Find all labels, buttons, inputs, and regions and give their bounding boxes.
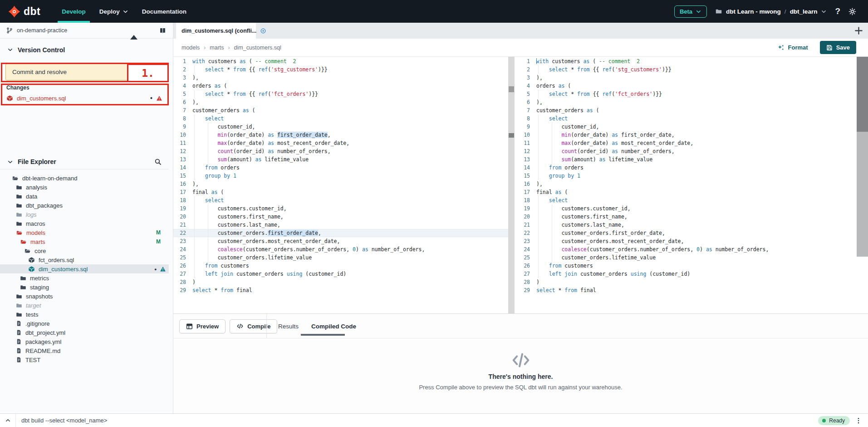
code-line-right-16[interactable]: 16), [517,180,857,188]
code-line-right-6[interactable]: 6), [517,98,857,106]
code-line-right-11[interactable]: 11 max(order_date) as most_recent_order_… [517,139,857,147]
code-line-left-8[interactable]: 8 select [173,114,508,123]
commit-and-resolve-label[interactable]: Commit and resolve [6,64,147,80]
code-line-left-25[interactable]: 25 customer_orders.lifetime_value [173,253,508,262]
search-icon[interactable] [154,158,162,165]
command-input[interactable]: dbt build --select <model_name> [21,417,818,424]
code-line-left-23[interactable]: 23 customer_orders.most_recent_order_dat… [173,237,508,245]
nav-item-deploy[interactable]: Deploy [93,0,135,23]
code-line-right-21[interactable]: 21 customers.last_name, [517,221,857,229]
code-line-right-22[interactable]: 22 customer_orders.first_order_date, [517,229,857,237]
code-line-right-14[interactable]: 14 from orders [517,164,857,172]
file-tree-item-marts[interactable]: martsM [0,237,169,246]
file-tree-item-packages.yml[interactable]: packages.yml [0,337,169,346]
breadcrumb-item-dim_customers.sql[interactable]: dim_customers.sql [234,45,281,51]
code-line-right-7[interactable]: 7customer_orders as ( [517,106,857,114]
code-line-left-14[interactable]: 14 from orders [173,164,508,172]
file-tree-item-analysis[interactable]: analysis [0,183,169,192]
code-line-left-27[interactable]: 27 left join customer_orders using (cust… [173,270,508,278]
code-line-left-9[interactable]: 9 customer_id, [173,123,508,131]
code-line-left-7[interactable]: 7customer_orders as ( [173,106,508,114]
file-tree-item-snapshots[interactable]: snapshots [0,292,169,301]
code-line-right-27[interactable]: 27 left join customer_orders using (cust… [517,270,857,278]
code-line-left-29[interactable]: 29select * from final [173,286,508,294]
code-line-right-8[interactable]: 8 select [517,114,857,123]
branch-select-label[interactable]: dbt_learn [790,8,818,15]
chevron-down-icon[interactable] [821,9,827,15]
file-tree-item-fct_orders.sql[interactable]: fct_orders.sql [0,255,169,264]
code-line-left-15[interactable]: 15 group by 1 [173,172,508,180]
code-line-right-4[interactable]: 4orders as ( [517,82,857,90]
breadcrumb-item-marts[interactable]: marts [210,45,224,51]
file-tree-item-tests[interactable]: tests [0,310,169,319]
code-line-left-19[interactable]: 19 customers.customer_id, [173,204,508,213]
tab-results[interactable]: Results [278,323,299,330]
code-line-right-17[interactable]: 17final as ( [517,188,857,196]
code-line-left-6[interactable]: 6), [173,98,508,106]
file-tree-item-README.md[interactable]: README.md [0,346,169,355]
code-line-right-29[interactable]: 29select * from final [517,286,857,294]
right-pane-scrollbar[interactable] [857,57,868,257]
preview-button[interactable]: Preview [179,319,226,333]
code-line-right-10[interactable]: 10 min(order_date) as first_order_date, [517,131,857,139]
file-tree-item-models[interactable]: modelsM [0,228,169,237]
code-line-right-26[interactable]: 26 from customers [517,262,857,270]
code-line-left-5[interactable]: 5 select * from {{ ref('fct_orders')}} [173,90,508,98]
code-line-right-13[interactable]: 13 sum(amount) as lifetime_value [517,155,857,164]
file-tree-item-metrics[interactable]: metrics [0,273,169,283]
changed-file-dim_customers.sql[interactable]: dim_customers.sql• [0,93,169,104]
save-button[interactable]: Save [820,41,856,54]
new-tab-button[interactable] [854,26,863,35]
code-line-left-4[interactable]: 4orders as ( [173,82,508,90]
nav-item-documentation[interactable]: Documentation [135,0,193,23]
expand-command-panel-button[interactable] [0,417,15,423]
code-line-right-19[interactable]: 19 customers.customer_id, [517,204,857,213]
code-line-left-21[interactable]: 21 customers.last_name, [173,221,508,229]
file-tree-item-dbt_packages[interactable]: dbt_packages [0,201,169,210]
code-line-right-9[interactable]: 9 customer_id, [517,123,857,131]
scrollbar-marker[interactable] [509,86,514,92]
code-line-left-20[interactable]: 20 customers.first_name, [173,213,508,221]
format-button[interactable]: Format [777,44,808,51]
code-line-right-20[interactable]: 20 customers.first_name, [517,213,857,221]
editor-pane-left[interactable]: 1with customers as ( -- comment 22 selec… [173,57,508,313]
code-line-right-23[interactable]: 23 customer_orders.most_recent_order_dat… [517,237,857,245]
file-tree-item-data[interactable]: data [0,192,169,201]
code-line-right-18[interactable]: 18 select [517,196,857,204]
file-tree-item-dbt-learn-on-demand[interactable]: dbt-learn-on-demand [0,174,169,183]
branch-row[interactable]: on-demand-practice [0,23,173,39]
dbt-logo[interactable]: dbt [0,0,45,23]
code-line-right-24[interactable]: 24 coalesce(customer_orders.number_of_or… [517,245,857,253]
code-line-right-25[interactable]: 25 customer_orders.lifetime_value [517,253,857,262]
version-control-header[interactable]: Version Control [0,40,169,60]
nav-item-develop[interactable]: Develop [55,0,93,23]
kebab-menu-icon[interactable] [855,417,862,425]
left-pane-scrollbar[interactable] [508,57,515,313]
tab-compiled-code[interactable]: Compiled Code [311,323,356,330]
file-tree-item-.gitignore[interactable]: .gitignore [0,319,169,328]
code-line-left-16[interactable]: 16), [173,180,508,188]
code-line-left-2[interactable]: 2 select * from {{ ref('stg_customers')}… [173,65,508,74]
code-line-left-28[interactable]: 28) [173,278,508,286]
file-tree-item-staging[interactable]: staging [0,283,169,292]
help-button[interactable]: ? [835,6,840,16]
file-tree-item-macros[interactable]: macros [0,219,169,228]
code-line-right-15[interactable]: 15 group by 1 [517,172,857,180]
code-line-right-28[interactable]: 28) [517,278,857,286]
compile-button[interactable]: Compile [230,319,277,333]
code-line-left-12[interactable]: 12 count(order_id) as number_of_orders, [173,147,508,155]
code-line-right-3[interactable]: 3), [517,74,857,82]
file-tree-item-dbt_project.yml[interactable]: dbt_project.yml [0,328,169,337]
code-line-left-13[interactable]: 13 sum(amount) as lifetime_value [173,155,508,164]
file-tree-item-dim_customers.sql[interactable]: dim_customers.sql• [0,264,169,273]
docs-book-icon[interactable] [159,27,167,34]
code-line-left-22[interactable]: 22 customer_orders.first_order_date, [173,229,508,237]
code-line-left-10[interactable]: 10 min(order_date) as first_order_date, [173,131,508,139]
scrollbar-marker[interactable] [509,133,514,138]
code-line-right-2[interactable]: 2 select * from {{ ref('stg_customers')}… [517,65,857,74]
code-line-right-1[interactable]: 1with customers as ( -- comment 2 [517,57,857,65]
breadcrumb-item-models[interactable]: models [181,45,200,51]
code-line-right-12[interactable]: 12 count(order_id) as number_of_orders, [517,147,857,155]
gear-icon[interactable] [848,8,856,15]
code-line-left-17[interactable]: 17final as ( [173,188,508,196]
